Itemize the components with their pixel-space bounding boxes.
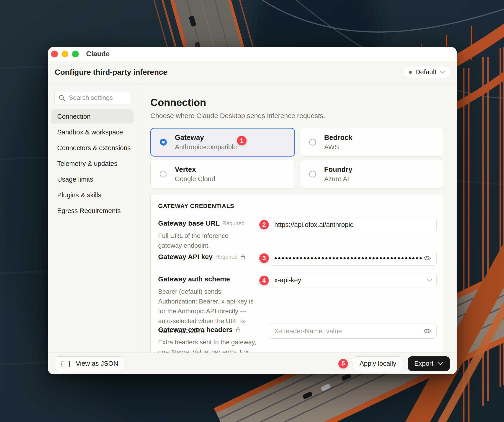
search-icon	[59, 95, 65, 101]
provider-card-foundry[interactable]: Foundry Azure AI	[300, 160, 444, 188]
minimize-button[interactable]	[61, 51, 68, 57]
gateway-base-url-input[interactable]	[274, 221, 432, 229]
field-label-col: Gateway API key Required	[158, 251, 259, 261]
gateway-extra-headers-input[interactable]	[274, 327, 422, 335]
sidebar-item-plugins-skills[interactable]: Plugins & skills	[51, 188, 133, 202]
window-title: Claude	[86, 50, 110, 58]
section-subtitle: Choose where Claude Desktop sends infere…	[150, 112, 444, 120]
provider-name: Vertex	[175, 165, 215, 174]
radio-selected-icon[interactable]	[160, 139, 167, 146]
sidebar-item-telemetry-updates[interactable]: Telemetry & updates	[51, 157, 133, 171]
provider-description: Google Cloud	[175, 175, 215, 183]
titlebar: Claude	[48, 47, 457, 61]
footer-actions: 5 Apply locally Export	[338, 356, 450, 371]
settings-sidebar: Connection Sandbox & workspace Connector…	[48, 83, 138, 352]
field-label: Gateway base URL Required	[158, 219, 258, 227]
close-button[interactable]	[51, 51, 58, 57]
sidebar-item-usage-limits[interactable]: Usage limits	[51, 172, 133, 186]
badge-col: 3	[259, 251, 269, 263]
view-as-json-label: View as JSON	[76, 360, 118, 367]
annotation-badge-4: 4	[259, 276, 269, 285]
chevron-down-icon	[440, 70, 445, 74]
gateway-extra-headers-input-wrap	[269, 324, 437, 339]
lock-icon	[240, 254, 246, 260]
sidebar-item-connectors-extensions[interactable]: Connectors & extensions	[51, 141, 133, 155]
sidebar-item-label: Usage limits	[57, 176, 93, 183]
search-input[interactable]	[54, 91, 131, 104]
control-col: ••••••••••••••••••••••••••••••••••••••••…	[269, 251, 437, 266]
search-box	[54, 91, 131, 104]
annotation-badge-2: 2	[259, 220, 269, 229]
control-col	[269, 324, 437, 339]
sidebar-item-egress-requirements[interactable]: Egress Requirements	[51, 204, 133, 218]
provider-text: Bedrock AWS	[324, 133, 353, 151]
gateway-base-url-input-wrap	[269, 217, 437, 232]
sidebar-item-label: Connection	[57, 113, 91, 120]
export-label: Export	[414, 360, 433, 367]
masked-api-key: ••••••••••••••••••••••••••••••••••••••••…	[274, 254, 422, 263]
field-label-text: Gateway auth scheme	[158, 275, 230, 283]
traffic-lights	[48, 51, 79, 57]
gateway-auth-scheme-select[interactable]: x-api-key	[269, 273, 437, 287]
field-description: Full URL of the inference gateway endpoi…	[158, 231, 248, 250]
badge-col	[259, 324, 269, 326]
sidebar-item-sandbox-workspace[interactable]: Sandbox & workspace	[51, 125, 133, 139]
main-content: Connection Choose where Claude Desktop s…	[138, 83, 457, 352]
page-title: Configure third-party inference	[55, 68, 167, 77]
window-footer: { } View as JSON 5 Apply locally Export	[48, 352, 457, 374]
settings-window: Claude Configure third-party inference D…	[48, 47, 457, 374]
selected-auth-scheme: x-api-key	[274, 276, 301, 284]
control-col	[269, 217, 437, 232]
reveal-headers-icon[interactable]	[422, 326, 432, 336]
provider-card-gateway[interactable]: Gateway Anthropic-compatible 1	[150, 128, 295, 157]
required-tag: Required	[215, 254, 237, 260]
radio-unselected-icon[interactable]	[309, 139, 316, 146]
radio-unselected-icon[interactable]	[160, 171, 167, 177]
provider-name: Foundry	[324, 165, 353, 174]
field-label-text: Gateway extra headers	[158, 326, 233, 334]
badge-col: 2	[259, 217, 269, 229]
reveal-api-key-icon[interactable]	[422, 253, 432, 263]
sidebar-item-label: Telemetry & updates	[57, 160, 117, 168]
credentials-section-label: GATEWAY CREDENTIALS	[158, 203, 234, 210]
provider-description: AWS	[324, 143, 353, 151]
view-as-json-button[interactable]: { } View as JSON	[55, 356, 124, 371]
control-col: x-api-key	[269, 273, 437, 287]
radio-unselected-icon[interactable]	[309, 171, 316, 177]
profile-dot-icon	[409, 71, 412, 74]
sidebar-item-label: Egress Requirements	[57, 207, 121, 215]
provider-text: Gateway Anthropic-compatible	[175, 133, 237, 151]
required-tag: Required	[222, 220, 245, 227]
field-label-col: Gateway base URL Required Full URL of th…	[158, 217, 259, 250]
sidebar-item-label: Sandbox & workspace	[57, 128, 123, 136]
field-label: Gateway extra headers	[158, 326, 258, 334]
field-row-gateway-extra-headers: Gateway extra headers Extra headers sent…	[158, 324, 437, 352]
field-label-col: Gateway extra headers Extra headers sent…	[158, 324, 259, 352]
export-button[interactable]: Export	[408, 356, 450, 371]
annotation-badge-1: 1	[237, 136, 246, 145]
provider-card-bedrock[interactable]: Bedrock AWS	[300, 128, 444, 157]
apply-locally-label: Apply locally	[360, 360, 396, 367]
annotation-badge-3: 3	[259, 253, 269, 263]
section-title: Connection	[150, 96, 444, 109]
field-label-text: Gateway API key	[158, 253, 213, 261]
gateway-api-key-input[interactable]: ••••••••••••••••••••••••••••••••••••••••…	[269, 251, 437, 266]
provider-card-vertex[interactable]: Vertex Google Cloud	[150, 160, 295, 188]
sidebar-item-connection[interactable]: Connection	[51, 109, 133, 123]
profile-selector[interactable]: Default	[403, 66, 450, 78]
chevron-down-icon	[438, 362, 443, 366]
gateway-credentials-card: GATEWAY CREDENTIALS Gateway base URL Req…	[150, 194, 444, 352]
lock-icon	[235, 327, 241, 333]
field-label: Gateway API key Required	[158, 253, 258, 261]
badge-col: 4	[259, 273, 269, 285]
annotation-badge-5: 5	[338, 359, 348, 368]
app-header: Configure third-party inference Default	[48, 61, 457, 83]
field-label: Gateway auth scheme	[158, 275, 258, 283]
apply-locally-button[interactable]: Apply locally	[353, 356, 403, 371]
chevron-down-icon	[427, 278, 432, 282]
profile-label: Default	[415, 68, 436, 76]
zoom-button[interactable]	[72, 51, 79, 57]
sidebar-item-label: Plugins & skills	[57, 191, 101, 199]
field-row-gateway-base-url: Gateway base URL Required Full URL of th…	[158, 217, 437, 250]
sidebar-item-label: Connectors & extensions	[57, 144, 131, 152]
